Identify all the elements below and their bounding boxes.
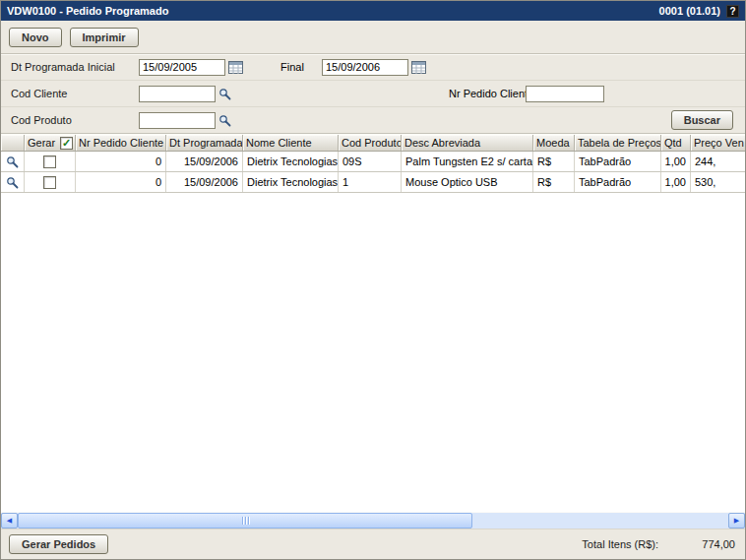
- cell-tabela-precos: TabPadrão: [575, 152, 661, 171]
- dt-programada-final-input[interactable]: [322, 59, 408, 76]
- header-preco-venda: Preço Ven: [691, 135, 745, 151]
- cell-nr-pedido-cliente: 0: [76, 152, 166, 171]
- cell-dt-programada: 15/09/2006: [166, 172, 243, 192]
- titlebar-right: 0001 (01.01) ?: [659, 5, 739, 18]
- header-gerar: Gerar: [25, 135, 76, 151]
- header-cod-produto: Cod Produto: [339, 135, 402, 151]
- cell-cod-produto: 1: [339, 172, 402, 192]
- scroll-left-arrow[interactable]: ◀: [1, 513, 18, 529]
- cell-moeda: R$: [533, 172, 575, 192]
- cell-nr-pedido-cliente: 0: [76, 172, 166, 192]
- gerar-checkbox[interactable]: [43, 156, 56, 168]
- table-row[interactable]: 0 15/09/2006 Dietrix Tecnologias 09S Pal…: [1, 152, 745, 172]
- header-nome-cliente: Nome Cliente: [243, 135, 339, 151]
- footer-bar: Gerar Pedidos Total Itens (R$): 774,00: [1, 529, 745, 559]
- titlebar: VDW0100 - Pedido Programado 0001 (01.01)…: [1, 1, 745, 21]
- cell-desc-abreviada: Mouse Optico USB: [402, 172, 533, 192]
- gerar-all-checkbox[interactable]: [60, 137, 73, 150]
- search-icon[interactable]: [218, 114, 231, 127]
- horizontal-scrollbar[interactable]: ◀ ▶: [1, 512, 745, 529]
- cell-moeda: R$: [533, 152, 575, 171]
- row-detail-magnifier-icon[interactable]: [6, 176, 19, 189]
- filter-panel: Dt Programada Inicial Final Cod Cliente …: [1, 54, 745, 134]
- imprimir-button[interactable]: Imprimir: [70, 28, 139, 47]
- header-dt-programada: Dt Programada: [166, 135, 243, 151]
- nr-pedido-cliente-label: Nr Pedido Cliente: [449, 88, 533, 99]
- calendar-icon[interactable]: [228, 61, 243, 74]
- header-tabela-precos: Tabela de Preços: [575, 135, 661, 151]
- table-row[interactable]: 0 15/09/2006 Dietrix Tecnologias 1 Mouse…: [1, 172, 745, 193]
- gerar-pedidos-button[interactable]: Gerar Pedidos: [9, 534, 108, 554]
- header-desc-abreviada: Desc Abreviada: [402, 135, 533, 151]
- cell-preco-venda: 244,: [691, 152, 745, 171]
- total-itens-value: 774,00: [688, 538, 735, 550]
- results-table: Gerar Nr Pedido Cliente Dt Programada No…: [1, 134, 745, 193]
- cod-produto-input[interactable]: [139, 112, 216, 129]
- header-qtd: Qtd: [661, 135, 691, 151]
- cod-cliente-label: Cod Cliente: [11, 88, 139, 99]
- cell-qtd: 1,00: [661, 152, 691, 171]
- header-moeda: Moeda: [533, 135, 575, 151]
- app-window: VDW0100 - Pedido Programado 0001 (01.01)…: [0, 0, 746, 560]
- filter-row-cliente: Cod Cliente Nr Pedido Cliente: [1, 81, 745, 107]
- scrollbar-thumb[interactable]: [18, 513, 472, 529]
- help-icon[interactable]: ?: [726, 5, 739, 18]
- table-header: Gerar Nr Pedido Cliente Dt Programada No…: [1, 134, 745, 152]
- filter-row-produto: Cod Produto Buscar: [1, 107, 745, 134]
- gerar-checkbox[interactable]: [43, 176, 56, 189]
- buscar-button[interactable]: Buscar: [671, 110, 733, 130]
- final-label: Final: [280, 61, 322, 73]
- cell-desc-abreviada: Palm Tungsten E2 s/ cartao: [402, 152, 533, 171]
- filter-row-dates: Dt Programada Inicial Final: [1, 54, 745, 81]
- search-icon[interactable]: [218, 88, 231, 100]
- cell-nome-cliente: Dietrix Tecnologias: [243, 172, 339, 192]
- cell-qtd: 1,00: [661, 172, 691, 192]
- scrollbar-grip: [242, 517, 249, 525]
- nr-pedido-cliente-input[interactable]: [526, 86, 604, 102]
- cod-produto-label: Cod Produto: [11, 114, 139, 126]
- window-title: VDW0100 - Pedido Programado: [7, 5, 168, 17]
- cell-preco-venda: 530,: [691, 172, 745, 192]
- dt-programada-inicial-input[interactable]: [139, 59, 225, 76]
- dt-programada-inicial-label: Dt Programada Inicial: [11, 61, 139, 73]
- novo-button[interactable]: Novo: [9, 28, 62, 47]
- header-gerar-label: Gerar: [28, 137, 55, 149]
- window-version: 0001 (01.01): [659, 5, 720, 17]
- header-nr-pedido-cliente: Nr Pedido Cliente: [76, 135, 166, 151]
- cell-nome-cliente: Dietrix Tecnologias: [243, 152, 339, 171]
- scrollbar-track[interactable]: [472, 513, 728, 529]
- header-detail-column: [1, 135, 25, 151]
- toolbar: Novo Imprimir: [1, 21, 745, 54]
- row-detail-magnifier-icon[interactable]: [6, 156, 19, 168]
- calendar-icon[interactable]: [411, 61, 426, 74]
- total-itens-label: Total Itens (R$):: [582, 538, 658, 550]
- cell-tabela-precos: TabPadrão: [575, 172, 661, 192]
- total-area: Total Itens (R$): 774,00: [582, 538, 735, 550]
- scroll-right-arrow[interactable]: ▶: [728, 513, 745, 529]
- cod-cliente-input[interactable]: [139, 86, 216, 102]
- cell-dt-programada: 15/09/2006: [166, 152, 243, 171]
- cell-cod-produto: 09S: [339, 152, 402, 171]
- empty-grid-area: [1, 193, 745, 512]
